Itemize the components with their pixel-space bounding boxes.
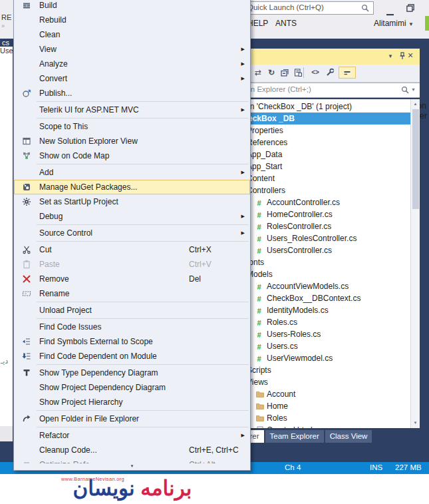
document-tab-fragment[interactable]: cs <box>2 39 9 47</box>
csharp-icon: # <box>255 354 265 363</box>
rename-icon <box>14 289 39 298</box>
svg-text:#: # <box>257 319 261 327</box>
svg-text:#: # <box>257 247 261 255</box>
menu-item-open-folder-in-file-explorer[interactable]: Open Folder in File Explorer ▶ <box>14 411 250 426</box>
minimize-button[interactable] <box>386 7 394 19</box>
menu-separator <box>37 118 249 119</box>
menu-item-analyze[interactable]: Analyze ▶ <box>14 57 250 71</box>
tab-class-view[interactable]: Class View <box>325 430 372 443</box>
publish-icon <box>14 89 39 98</box>
chevron-down-icon[interactable]: ▼ <box>411 87 416 92</box>
menu-item-set-as-startup-project[interactable]: Set as StartUp Project ▶ <box>14 194 250 209</box>
nuget-icon <box>14 182 39 192</box>
svg-text:#: # <box>257 307 261 315</box>
menu-item-publish[interactable]: Publish... ▶ <box>14 86 250 101</box>
scroll-down-icon: ▼ <box>130 464 134 468</box>
properties-icon[interactable] <box>292 67 304 79</box>
csharp-icon: # <box>255 342 265 351</box>
menu-item-debug[interactable]: Debug ▶ <box>14 209 250 224</box>
menu-item-refactor[interactable]: Refactor ▶ <box>14 428 250 443</box>
menu-item-remove[interactable]: Remove Del ▶ <box>14 272 250 286</box>
menu-item-rename[interactable]: Rename ▶ <box>14 286 250 301</box>
menu-item-show-on-code-map[interactable]: Show on Code Map ▶ <box>14 148 250 163</box>
collapse-all-icon[interactable] <box>279 67 291 79</box>
menu-item-scope-to-this[interactable]: Scope to This ▶ <box>14 119 250 134</box>
menu-separator <box>37 302 249 302</box>
menu-separator <box>37 318 249 319</box>
folder-icon <box>255 413 265 423</box>
solution-explorer-toolbar: ▼⇄↻<> <box>226 65 420 83</box>
menu-item-clean[interactable]: Clean ▶ <box>14 27 250 42</box>
csharp-icon: # <box>255 318 265 327</box>
search-icon[interactable] <box>360 3 370 15</box>
csharp-icon: # <box>255 234 265 243</box>
csharp-icon: # <box>255 198 265 207</box>
menu-item-manage-nuget-packages[interactable]: Manage NuGet Packages... ▶ <box>14 180 250 194</box>
menu-item-paste[interactable]: Paste Ctrl+V ▶ <box>14 257 250 272</box>
menu-item-new-solution-explorer-view[interactable]: New Solution Explorer View ▶ <box>14 134 250 148</box>
menu-item-show-project-dependency-diagram[interactable]: Show Project Dependency Diagram ▶ <box>14 380 250 395</box>
scroll-down-icon[interactable]: ▼ <box>411 419 420 427</box>
menu-separator <box>37 364 249 365</box>
svg-text:#: # <box>257 235 261 243</box>
menu-item-show-type-dependency-diagram[interactable]: Show Type Dependency Diagram ▶ <box>14 366 250 380</box>
open-folder-icon <box>14 414 39 423</box>
menu-separator <box>37 427 249 427</box>
menu-item-cleanup-code[interactable]: Cleanup Code... Ctrl+E, Ctrl+C ▶ <box>14 443 250 457</box>
watermark-logo: www.BarnameNevisan.org برنامه نویسان <box>0 474 429 504</box>
pin-icon[interactable] <box>398 51 407 63</box>
csharp-icon: # <box>255 246 265 255</box>
left-toolbar-fragment: RE <box>1 13 11 21</box>
menu-item-convert[interactable]: Convert ▶ <box>14 71 250 86</box>
search-icon[interactable] <box>400 85 410 97</box>
status-memory: 227 MB <box>395 463 422 471</box>
menu-item-find-symbols-external-to-scope[interactable]: Find Symbols External to Scope ▶ <box>14 334 250 349</box>
menu-separator <box>37 241 249 242</box>
scrollbar-thumb[interactable] <box>412 109 419 209</box>
svg-text:#: # <box>257 355 261 363</box>
menu-scroll-down[interactable]: ▼ <box>15 463 249 469</box>
menu-item-telerik-ui-for-asp-net-mvc[interactable]: Telerik UI for ASP.NET MVC ▶ <box>14 103 250 117</box>
logo-brand-text: برنامه نویسان <box>5 475 259 502</box>
submenu-arrow-icon: ▶ <box>241 230 245 236</box>
menu-item-cut[interactable]: Cut Ctrl+X ▶ <box>14 242 250 257</box>
wrench-icon[interactable] <box>324 67 336 79</box>
menu-separator <box>37 224 249 225</box>
feedback-button[interactable] <box>425 16 429 31</box>
csharp-icon: # <box>255 210 265 219</box>
menu-item-show-project-hierarchy[interactable]: Show Project Hierarchy ▶ <box>14 395 250 409</box>
status-position: Ch 4 <box>285 463 301 471</box>
tab-team-explorer[interactable]: Team Explorer <box>265 430 324 443</box>
menu-item-find-code-dependent-on-module[interactable]: Find Code Dependent on Module ▶ <box>14 349 250 364</box>
menu-item-source-control[interactable]: Source Control ▶ <box>14 226 250 240</box>
csharp-icon: # <box>255 222 265 231</box>
user-account-button[interactable]: Alitamimi ▼ <box>374 19 414 28</box>
menu-item-build[interactable]: Build ▶ <box>14 0 250 13</box>
menu-item-add[interactable]: Add ▶ <box>14 165 250 180</box>
scroll-up-icon[interactable]: ▲ <box>411 100 420 109</box>
sync-icon[interactable]: ⇄ <box>252 67 264 79</box>
clipboard-icon <box>14 260 39 269</box>
build-icon <box>14 1 39 10</box>
type-diagram-icon <box>14 368 39 378</box>
menu-separator <box>37 410 249 411</box>
submenu-arrow-icon: ▶ <box>241 76 245 81</box>
menu-item-rebuild[interactable]: Rebuild ▶ <box>14 13 250 27</box>
tree-scrollbar[interactable]: ▲ ▼ <box>410 99 420 428</box>
preview-selected-icon[interactable] <box>339 67 356 79</box>
restore-button[interactable] <box>405 3 416 16</box>
code-map-icon <box>14 151 39 160</box>
window-position-caret-icon[interactable]: ▼ <box>388 53 393 59</box>
menubar-item-ants[interactable]: ANTS <box>275 19 297 28</box>
editor-scroll-area <box>0 426 13 441</box>
svg-text:#: # <box>257 283 261 291</box>
close-icon[interactable]: × <box>408 50 413 61</box>
refresh-icon[interactable]: ↻ <box>265 67 277 79</box>
csharp-icon: # <box>255 306 265 315</box>
submenu-arrow-icon: ▶ <box>241 107 245 113</box>
file-icon <box>255 425 265 428</box>
code-view-icon[interactable]: <> <box>309 67 321 79</box>
menu-item-view[interactable]: View ▶ <box>14 42 250 57</box>
menu-item-find-code-issues[interactable]: Find Code Issues ▶ <box>14 320 250 334</box>
menu-item-unload-project[interactable]: Unload Project ▶ <box>14 303 250 318</box>
